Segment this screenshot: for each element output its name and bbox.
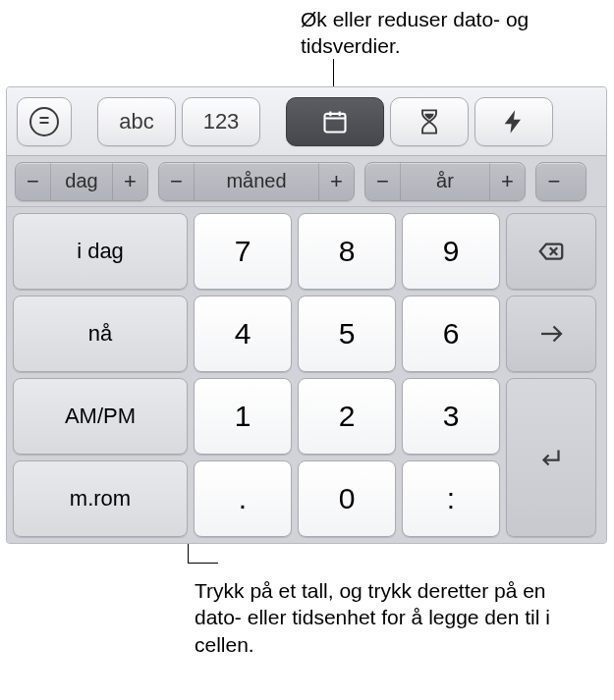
return-icon [536,443,566,472]
keyboard-mode-toolbar: = abc 123 [7,87,606,156]
bolt-icon [500,108,528,135]
month-stepper: − måned + [158,162,355,201]
numpad-9-key[interactable]: 9 [402,213,500,290]
callout-top: Øk eller reduser dato- og tidsverdier. [301,6,595,60]
hourglass-icon [416,108,443,135]
keypad: i dag 7 8 9 nå 4 5 6 AM/PM 1 2 [7,207,606,543]
datetime-keyboard-panel: = abc 123 − dag [6,86,607,544]
day-stepper: − dag + [15,162,148,201]
numpad-colon-key[interactable]: : [402,460,500,537]
day-stepper-label[interactable]: dag [51,170,112,192]
date-mode-button[interactable] [286,97,384,146]
numpad-dot-key[interactable]: . [194,460,292,537]
unit-stepper-row: − dag + − måned + − år + − [7,156,606,207]
year-stepper-label[interactable]: år [401,170,489,192]
formula-mode-button[interactable]: = [17,97,72,146]
numpad-7-key[interactable]: 7 [194,213,292,290]
svg-rect-0 [325,113,346,132]
ampm-key[interactable]: AM/PM [13,378,188,455]
num-label: 123 [203,109,240,135]
space-key[interactable]: m.rom [13,460,188,537]
numpad-5-key[interactable]: 5 [298,296,396,372]
numpad-2-key[interactable]: 2 [298,378,396,455]
backspace-icon [536,237,566,266]
numpad-6-key[interactable]: 6 [402,296,500,372]
next-decrement-button[interactable]: − [536,163,572,200]
numpad-4-key[interactable]: 4 [194,296,292,372]
numpad-3-key[interactable]: 3 [402,378,500,455]
next-field-key[interactable] [506,296,596,372]
abc-mode-button[interactable]: abc [97,97,176,146]
callout-bottom: Trykk på et tall, og trykk deretter på e… [195,577,587,658]
numpad-8-key[interactable]: 8 [298,213,396,290]
day-decrement-button[interactable]: − [16,163,51,200]
year-decrement-button[interactable]: − [365,163,401,200]
numpad-0-key[interactable]: 0 [298,460,396,537]
year-increment-button[interactable]: + [489,163,525,200]
month-stepper-label[interactable]: måned [195,170,318,192]
now-key[interactable]: nå [13,296,188,372]
next-stepper-clipped: − [535,162,586,201]
day-increment-button[interactable]: + [112,163,147,200]
arrow-right-icon [536,319,566,349]
month-decrement-button[interactable]: − [159,163,195,200]
backspace-key[interactable] [506,213,596,290]
quick-mode-button[interactable] [474,97,553,146]
abc-label: abc [119,109,153,135]
callout-line-bottom-h-icon [189,563,218,564]
callout-line-top-icon [333,59,334,88]
today-key[interactable]: i dag [13,213,188,290]
month-increment-button[interactable]: + [318,163,354,200]
year-stepper: − år + [364,162,526,201]
return-key[interactable] [506,378,596,537]
numeric-mode-button[interactable]: 123 [182,97,260,146]
calendar-icon [321,108,349,135]
duration-mode-button[interactable] [390,97,469,146]
numpad-1-key[interactable]: 1 [194,378,292,455]
equals-circle-icon: = [29,107,59,136]
